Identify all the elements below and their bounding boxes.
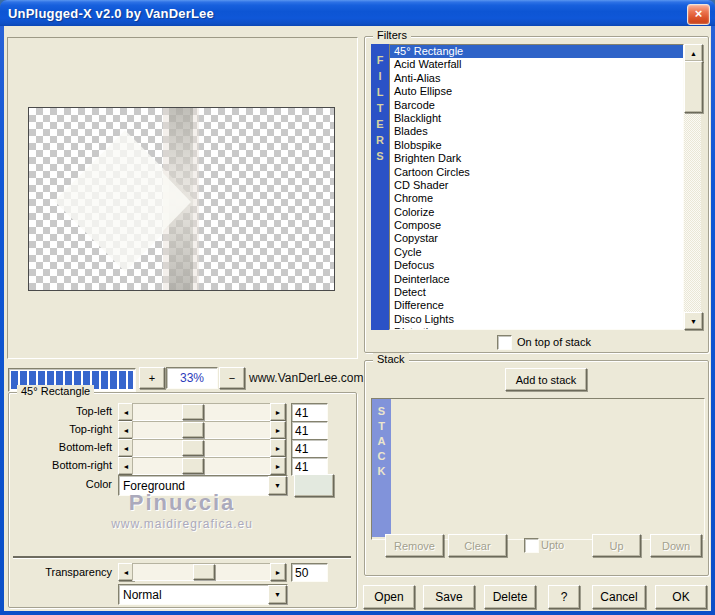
filter-list-item[interactable]: Disco Lights [390, 313, 683, 326]
up-button[interactable]: Up [592, 534, 641, 557]
window-title: UnPlugged-X v2.0 by VanDerLee [0, 6, 214, 21]
ok-button[interactable]: OK [655, 585, 707, 609]
filter-list-item[interactable]: Brighten Dark [390, 152, 683, 165]
close-icon: × [695, 6, 703, 21]
slider-label-bottom-left: Bottom-left [10, 441, 112, 453]
slider-bottom-right[interactable]: ◄ ► [118, 457, 286, 473]
on-top-of-stack-label: On top of stack [517, 336, 591, 348]
slider-right-arrow-icon[interactable]: ► [270, 439, 286, 457]
watermark-name: Pinuccia [8, 490, 356, 516]
filters-list[interactable]: 45° Rectangle Acid Waterfall Anti-Alias … [389, 44, 684, 330]
slider-track[interactable] [132, 563, 272, 581]
filter-list-item[interactable]: Copystar [390, 232, 683, 245]
filter-list-item[interactable]: Chrome [390, 192, 683, 205]
down-button[interactable]: Down [650, 534, 702, 557]
slider-right-arrow-icon[interactable]: ► [270, 421, 286, 439]
filters-vertical-banner: FILTERS [371, 44, 389, 330]
upto-checkbox[interactable] [524, 538, 539, 553]
dialog-window: UnPlugged-X v2.0 by VanDerLee × + 33% − … [0, 0, 715, 615]
settings-divider [13, 556, 351, 559]
filter-list-item[interactable]: CD Shader [390, 179, 683, 192]
slider-track[interactable] [132, 439, 272, 457]
preview-image[interactable] [28, 107, 335, 291]
slider-track[interactable] [132, 403, 272, 421]
clear-button[interactable]: Clear [448, 534, 507, 557]
filter-list-item[interactable]: Defocus [390, 259, 683, 272]
scrollbar-thumb[interactable] [684, 61, 703, 113]
slider-bottom-left[interactable]: ◄ ► [118, 439, 286, 455]
stack-vertical-banner: STACK [372, 399, 391, 537]
zoom-out-button[interactable]: − [219, 367, 245, 389]
filter-list-item[interactable]: 45° Rectangle [390, 45, 683, 58]
slider-thumb[interactable] [182, 404, 204, 420]
filter-list-item[interactable]: Cycle [390, 246, 683, 259]
watermark-site: www.maidiregrafica.eu [8, 517, 356, 531]
stack-list[interactable] [371, 398, 705, 540]
slider-thumb[interactable] [193, 564, 215, 580]
settings-group-label: 45° Rectangle [17, 385, 94, 397]
filter-list-item[interactable]: Cartoon Circles [390, 166, 683, 179]
filters-vertical-label: FILTERS [374, 54, 386, 330]
slider-top-left[interactable]: ◄ ► [118, 403, 286, 419]
filter-list-item[interactable]: Difference [390, 299, 683, 312]
color-label: Color [10, 478, 112, 490]
transparency-value[interactable]: 50 [291, 563, 328, 582]
filter-list-item[interactable]: Colorize [390, 206, 683, 219]
stack-vertical-label: STACK [376, 405, 388, 537]
delete-button[interactable]: Delete [484, 585, 536, 609]
title-bar[interactable]: UnPlugged-X v2.0 by VanDerLee × [0, 0, 715, 26]
slider-track[interactable] [132, 421, 272, 439]
close-button[interactable]: × [687, 4, 710, 25]
cancel-button[interactable]: Cancel [592, 585, 646, 609]
slider-thumb[interactable] [182, 440, 204, 456]
chevron-down-icon[interactable]: ▼ [268, 585, 287, 604]
open-button[interactable]: Open [363, 585, 415, 609]
zoom-level-display: 33% [166, 367, 218, 389]
transparency-label: Transparency [10, 566, 112, 578]
filter-list-item[interactable]: Barcode [390, 99, 683, 112]
preview-panel [7, 37, 358, 359]
filters-scrollbar[interactable]: ▲ ▼ [684, 44, 701, 330]
slider-value-bottom-left[interactable]: 41 [291, 439, 328, 458]
filter-list-item[interactable]: Deinterlace [390, 273, 683, 286]
blend-mode-value: Normal [119, 588, 268, 602]
slider-label-top-right: Top-right [10, 423, 112, 435]
filter-list-item[interactable]: Blobspike [390, 139, 683, 152]
filter-list-item[interactable]: Compose [390, 219, 683, 232]
add-to-stack-button[interactable]: Add to stack [505, 368, 587, 391]
remove-button[interactable]: Remove [385, 534, 444, 557]
filter-list-item[interactable]: Detect [390, 286, 683, 299]
scroll-up-icon[interactable]: ▲ [684, 44, 703, 62]
filters-group-label: Filters [373, 29, 411, 41]
slider-right-arrow-icon[interactable]: ► [270, 457, 286, 475]
slider-label-bottom-right: Bottom-right [10, 459, 112, 471]
slider-right-arrow-icon[interactable]: ► [270, 403, 286, 421]
slider-value-top-right[interactable]: 41 [291, 421, 328, 440]
slider-transparency[interactable]: ◄ ► [118, 563, 286, 579]
slider-thumb[interactable] [182, 422, 204, 438]
slider-top-right[interactable]: ◄ ► [118, 421, 286, 437]
slider-right-arrow-icon[interactable]: ► [270, 563, 286, 581]
upto-label: Upto [541, 539, 564, 551]
blend-mode-dropdown[interactable]: Normal ▼ [118, 584, 288, 605]
zoom-in-button[interactable]: + [139, 367, 165, 389]
vendor-website-text: www.VanDerLee.com [249, 371, 364, 385]
filter-list-item[interactable]: Distortion [390, 326, 683, 330]
help-button[interactable]: ? [548, 585, 580, 609]
filter-list-item[interactable]: Blacklight [390, 112, 683, 125]
stack-group-label: Stack [373, 353, 409, 365]
slider-track[interactable] [132, 457, 272, 475]
scroll-down-icon[interactable]: ▼ [684, 312, 703, 330]
slider-value-top-left[interactable]: 41 [291, 403, 328, 422]
filter-list-item[interactable]: Blades [390, 125, 683, 138]
save-button[interactable]: Save [423, 585, 475, 609]
filter-list-item[interactable]: Auto Ellipse [390, 85, 683, 98]
filter-list-item[interactable]: Acid Waterfall [390, 58, 683, 71]
on-top-of-stack-checkbox[interactable] [497, 335, 512, 350]
slider-thumb[interactable] [182, 458, 204, 474]
slider-label-top-left: Top-left [10, 405, 112, 417]
filter-list-item[interactable]: Anti-Alias [390, 72, 683, 85]
